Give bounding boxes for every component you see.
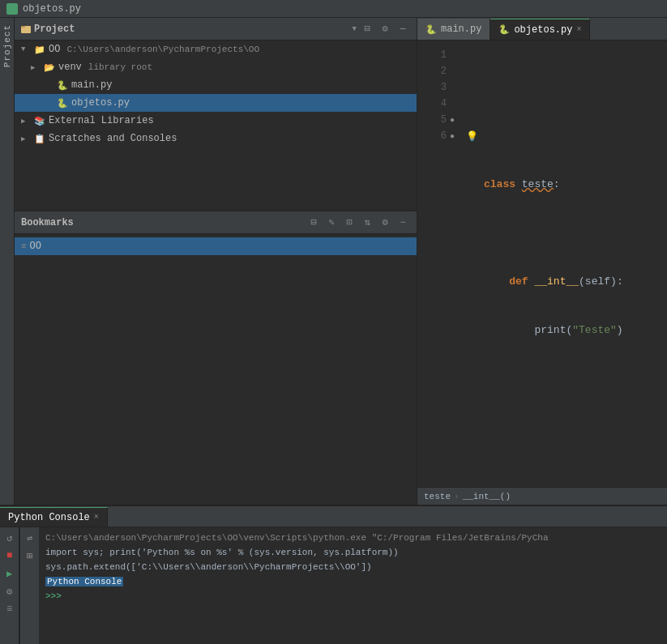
indent-6 xyxy=(484,322,534,339)
code-line-5: def __int__(self): xyxy=(484,274,661,290)
gutter-bulbs: 💡 xyxy=(466,41,477,487)
code-line-1 xyxy=(484,79,661,96)
fn-call-print: print xyxy=(534,322,566,339)
console-menu-btn[interactable]: ≡ xyxy=(2,602,17,616)
svg-point-0 xyxy=(8,5,16,13)
tab-main-label: main.py xyxy=(441,23,481,35)
tree-label-external-libs: External Libraries xyxy=(49,115,154,126)
py-icon-objetos: 🐍 xyxy=(57,97,68,109)
breadcrumb-method[interactable]: __int__() xyxy=(463,492,511,501)
bookmarks-settings-btn[interactable]: ⚙ xyxy=(378,215,392,230)
svg-rect-2 xyxy=(21,26,25,28)
editor-tab-bar: 🐍 main.py 🐍 objetos.py × xyxy=(417,18,667,41)
paren-6-close: ) xyxy=(617,322,623,339)
tab-objetos-close[interactable]: × xyxy=(576,25,581,34)
tab-objetos-py[interactable]: 🐍 objetos.py × xyxy=(490,19,590,40)
tree-label-main-py: main.py xyxy=(71,79,112,91)
tree-label-objetos-py: objetos.py xyxy=(71,97,130,109)
project-tree: ▼ 📁 OO C:\Users\anderson\PycharmProjects… xyxy=(15,41,417,211)
console-line-1: C:\Users\anderson\PycharmProjects\OO\ven… xyxy=(45,531,661,545)
code-editor[interactable]: class teste: def __int__(self): print("T… xyxy=(477,41,667,487)
project-folder-icon xyxy=(21,24,31,34)
title-bar: objetos.py xyxy=(0,0,667,18)
console-wrap-btn[interactable]: ⇌ xyxy=(23,531,37,545)
tree-badge-venv: library root xyxy=(88,62,152,72)
bookmarks-filter-btn[interactable]: ⊡ xyxy=(342,215,357,230)
scratches-icon: 📋 xyxy=(34,133,45,144)
console-stop-btn[interactable]: ■ xyxy=(2,548,17,563)
keyword-class: class xyxy=(484,177,522,193)
project-panel-title: Project xyxy=(34,23,349,35)
tree-arrow-venv: ▶ xyxy=(31,63,41,72)
project-minimize-btn[interactable]: − xyxy=(395,22,410,36)
tree-item-venv[interactable]: ▶ 📂 venv library root xyxy=(15,58,417,76)
title-bar-filename: objetos.py xyxy=(23,3,81,15)
indent-5 xyxy=(484,274,509,290)
tree-item-external-libs[interactable]: ▶ 📚 External Libraries xyxy=(15,112,417,130)
console-gear-btn[interactable]: ⚙ xyxy=(2,584,17,599)
console-scroll-btn[interactable]: ⊞ xyxy=(23,548,37,563)
console-line-2: import sys; print('Python %s on %s' % (s… xyxy=(45,545,661,560)
console-run-btn[interactable]: ▶ xyxy=(2,566,17,581)
code-line-6: print("Teste") xyxy=(484,322,661,339)
project-layout-btn[interactable]: ⊟ xyxy=(360,22,374,36)
app-icon xyxy=(6,3,18,15)
console-prompt: >>> xyxy=(45,591,62,601)
console-restart-btn[interactable]: ↺ xyxy=(2,531,17,545)
py-icon-main: 🐍 xyxy=(57,79,68,91)
breadcrumb-class[interactable]: teste xyxy=(424,492,451,501)
bookmark-label-oo: OO xyxy=(30,241,41,252)
bookmarks-panel: Bookmarks ⊟ ✎ ⊡ ⇅ ⚙ − ≡ OO xyxy=(15,211,417,437)
bookmarks-content: ≡ OO xyxy=(15,234,417,437)
tab-main-py[interactable]: 🐍 main.py xyxy=(417,19,490,40)
bottom-tab-python-console[interactable]: Python Console × xyxy=(0,507,108,527)
bulb-icon-6[interactable]: 💡 xyxy=(466,130,478,143)
console-cmd-1: C:\Users\anderson\PycharmProjects\OO\ven… xyxy=(45,533,549,543)
gutter-breakpoint-5: ● xyxy=(450,116,458,125)
bottom-tab-close[interactable]: × xyxy=(94,513,99,522)
bookmarks-edit-btn[interactable]: ✎ xyxy=(324,215,339,230)
tree-item-main-py[interactable]: ▶ 🐍 main.py xyxy=(15,76,417,94)
console-cmd-3: sys.path.extend(['C:\\Users\\anderson\\P… xyxy=(45,562,372,572)
colon-3: : xyxy=(554,177,560,193)
code-line-3: class teste: xyxy=(484,177,661,193)
tab-objetos-icon: 🐍 xyxy=(498,24,510,36)
line-numbers: 1 2 3 4 5 6 xyxy=(417,41,450,487)
tab-objetos-label: objetos.py xyxy=(514,24,572,36)
project-dropdown-arrow[interactable]: ▼ xyxy=(353,25,357,33)
bottom-content: ↺ ■ ▶ ⚙ ≡ ⇌ ⊞ C:\Users\anderson\PycharmP… xyxy=(0,527,667,644)
console-highlight-label: Python Console xyxy=(45,577,123,586)
bookmark-item-oo[interactable]: ≡ OO xyxy=(15,237,417,255)
right-panel: 🐍 main.py 🐍 objetos.py × 1 2 3 4 5 6 xyxy=(417,18,667,505)
side-label-text: Project xyxy=(2,24,12,67)
bookmarks-title: Bookmarks xyxy=(21,217,303,228)
bookmarks-list-btn[interactable]: ⊟ xyxy=(306,215,321,230)
editor-area: 1 2 3 4 5 6 ● ● xyxy=(417,41,667,487)
bookmarks-layout-btn[interactable]: ⇅ xyxy=(360,215,374,230)
paren-close-5: ): xyxy=(610,274,623,290)
external-libs-icon: 📚 xyxy=(34,115,45,126)
paren-open-5: ( xyxy=(579,274,585,290)
console-line-3: sys.path.extend(['C:\\Users\\anderson\\P… xyxy=(45,560,661,574)
bottom-right-icons: ⇌ ⊞ xyxy=(19,527,39,644)
project-settings-btn[interactable]: ⚙ xyxy=(378,22,392,36)
tree-item-scratches[interactable]: ▶ 📋 Scratches and Consoles xyxy=(15,130,417,147)
code-line-4 xyxy=(484,225,661,241)
tree-label-root: OO xyxy=(49,44,60,55)
code-line-2 xyxy=(484,128,661,144)
tree-arrow-external: ▶ xyxy=(21,117,31,126)
bottom-tab-label: Python Console xyxy=(8,512,90,523)
breadcrumb-bar: teste › __int__() xyxy=(417,487,667,505)
console-prompt-line: >>> xyxy=(45,589,661,603)
tree-item-root[interactable]: ▼ 📁 OO C:\Users\anderson\PycharmProjects… xyxy=(15,41,417,58)
bookmarks-minimize-btn[interactable]: − xyxy=(395,215,410,230)
folder-icon-venv: 📂 xyxy=(44,62,55,73)
bottom-panel: Python Console × ↺ ■ ▶ ⚙ ≡ ⇌ ⊞ C:\Users\… xyxy=(0,505,667,644)
tree-arrow-scratches: ▶ xyxy=(21,134,31,143)
project-panel-header: Project ▼ ⊟ ⚙ − xyxy=(15,18,417,41)
folder-icon-root: 📁 xyxy=(34,44,45,55)
bookmark-list-icon: ≡ xyxy=(21,241,27,251)
console-output: C:\Users\anderson\PycharmProjects\OO\ven… xyxy=(39,527,667,644)
tree-item-objetos-py[interactable]: ▶ 🐍 objetos.py xyxy=(15,94,417,112)
param-self: self xyxy=(585,274,610,290)
